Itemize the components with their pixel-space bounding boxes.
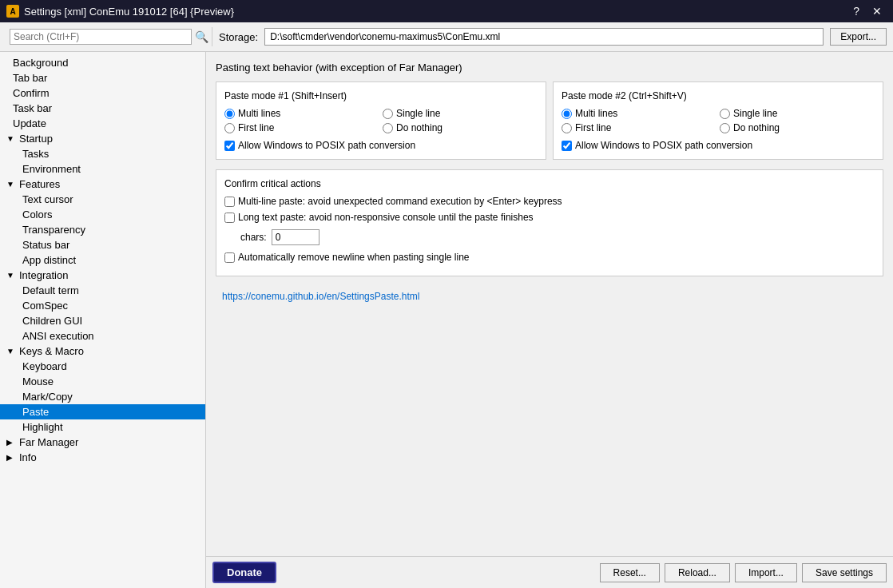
sidebar-item-integration[interactable]: ▼Integration — [0, 268, 205, 283]
search-input[interactable] — [10, 29, 192, 45]
sidebar-label: Background — [13, 57, 68, 69]
sidebar-item-childrengui[interactable]: Children GUI — [0, 313, 205, 328]
sidebar-item-tasks[interactable]: Tasks — [0, 146, 205, 161]
radio-row-pm1-donothing: Do nothing — [383, 122, 538, 133]
reset-button[interactable]: Reset... — [600, 563, 660, 582]
sidebar-item-paste[interactable]: Paste — [0, 404, 205, 419]
confirm3-label[interactable]: Automatically remove newline when pastin… — [238, 252, 470, 263]
sidebar-item-highlight[interactable]: Highlight — [0, 419, 205, 435]
expand-icon: ▶ — [6, 438, 16, 447]
storage-path[interactable] — [264, 28, 824, 46]
sidebar-item-comspec[interactable]: ComSpec — [0, 298, 205, 313]
paste-modes: Paste mode #1 (Shift+Insert) Multi lines… — [216, 81, 883, 160]
pm2-posix-label[interactable]: Allow Windows to POSIX path conversion — [575, 140, 752, 151]
sidebar-item-taskbar[interactable]: Task bar — [0, 101, 205, 116]
pm1-donothing-label[interactable]: Do nothing — [396, 122, 443, 133]
donate-button[interactable]: Donate — [212, 562, 276, 583]
search-icon: 🔍 — [195, 30, 208, 43]
export-button[interactable]: Export... — [830, 28, 887, 46]
pm2-donothing-label[interactable]: Do nothing — [733, 122, 780, 133]
sidebar-item-textcursor[interactable]: Text cursor — [0, 192, 205, 207]
sidebar-label: App distinct — [22, 254, 76, 266]
pm1-firstline-radio[interactable] — [224, 123, 235, 133]
sidebar-item-markcopy[interactable]: Mark/Copy — [0, 389, 205, 404]
sidebar-label: Tab bar — [13, 72, 47, 84]
sidebar-item-info[interactable]: ▶Info — [0, 450, 205, 465]
radio-row-pm2-firstline: First line — [562, 122, 716, 133]
pm2-posix-checkbox[interactable] — [562, 141, 572, 151]
pm2-posix-row: Allow Windows to POSIX path conversion — [562, 140, 875, 151]
pm1-donothing-radio[interactable] — [383, 123, 393, 133]
sidebar-item-transparency[interactable]: Transparency — [0, 222, 205, 237]
sidebar-label: Features — [19, 178, 60, 190]
sidebar-item-startup[interactable]: ▼Startup — [0, 131, 205, 146]
pm2-singleline-label[interactable]: Single line — [733, 108, 777, 119]
expand-icon: ▼ — [6, 134, 16, 143]
confirm1-label[interactable]: Multi-line paste: avoid unexpected comma… — [238, 196, 562, 207]
info-link[interactable]: https://conemu.github.io/en/SettingsPast… — [216, 284, 883, 308]
paste-mode-2-radio-grid: Multi lines Single line First line — [562, 108, 875, 133]
sidebar-item-environment[interactable]: Environment — [0, 161, 205, 177]
expand-icon: ▶ — [6, 453, 16, 462]
sidebar-item-tabbar[interactable]: Tab bar — [0, 70, 205, 85]
sidebar-label: Colors — [22, 209, 53, 220]
help-button[interactable]: ? — [848, 3, 864, 19]
bottom-right: Reset... Reload... Import... Save settin… — [600, 563, 887, 582]
sidebar-label: Keys & Macro — [19, 345, 84, 357]
confirm2-label[interactable]: Long text paste: avoid non-responsive co… — [238, 212, 534, 223]
confirm1-checkbox[interactable] — [224, 197, 235, 207]
sidebar-item-confirm[interactable]: Confirm — [0, 85, 205, 101]
sidebar-label: Startup — [19, 133, 53, 145]
pm2-donothing-radio[interactable] — [720, 123, 730, 133]
sidebar-item-ansiexecution[interactable]: ANSI execution — [0, 328, 205, 344]
pm1-multilines-label[interactable]: Multi lines — [238, 108, 280, 119]
radio-row-pm2-donothing: Do nothing — [720, 122, 875, 133]
confirm-check-3: Automatically remove newline when pastin… — [224, 252, 875, 263]
confirm2-checkbox[interactable] — [224, 213, 235, 223]
pm2-multilines-radio[interactable] — [562, 109, 572, 119]
sidebar-item-features[interactable]: ▼Features — [0, 177, 205, 192]
bottom-bar: Donate Reset... Reload... Import... Save… — [206, 556, 893, 588]
close-button[interactable]: ✕ — [867, 3, 887, 19]
sidebar-label: Mark/Copy — [22, 391, 73, 403]
pm2-firstline-label[interactable]: First line — [575, 122, 611, 133]
pm2-firstline-radio[interactable] — [562, 123, 572, 133]
radio-row-pm1-singleline: Single line — [383, 108, 538, 119]
reload-button[interactable]: Reload... — [665, 563, 730, 582]
sidebar-item-mouse[interactable]: Mouse — [0, 374, 205, 389]
pm1-posix-checkbox[interactable] — [224, 141, 235, 151]
title-bar-left: A Settings [xml] ConEmu 191012 [64] {Pre… — [6, 5, 234, 18]
confirm-check-2: Long text paste: avoid non-responsive co… — [224, 212, 875, 223]
sidebar-label: ANSI execution — [22, 330, 94, 342]
sidebar-label: Children GUI — [22, 315, 82, 327]
title-bar: A Settings [xml] ConEmu 191012 [64] {Pre… — [0, 0, 893, 22]
chars-input[interactable] — [272, 229, 319, 245]
pm1-multilines-radio[interactable] — [224, 109, 235, 119]
sidebar-label: Integration — [19, 269, 68, 281]
radio-row-pm1-firstline: First line — [224, 122, 379, 133]
pm2-singleline-radio[interactable] — [720, 109, 730, 119]
sidebar-item-colors[interactable]: Colors — [0, 207, 205, 222]
pm1-posix-label[interactable]: Allow Windows to POSIX path conversion — [238, 140, 415, 151]
radio-row-pm2-singleline: Single line — [720, 108, 875, 119]
sidebar-label: Tasks — [22, 148, 49, 160]
sidebar-label: Confirm — [13, 87, 50, 99]
pm1-singleline-label[interactable]: Single line — [396, 108, 440, 119]
pm1-singleline-radio[interactable] — [383, 109, 393, 119]
sidebar-item-defaultterm[interactable]: Default term — [0, 283, 205, 298]
save-button[interactable]: Save settings — [802, 563, 887, 582]
main-container: 🔍 Storage: Export... Background Tab bar … — [0, 22, 893, 588]
import-button[interactable]: Import... — [735, 563, 797, 582]
sidebar-item-update[interactable]: Update — [0, 116, 205, 131]
sidebar-item-background[interactable]: Background — [0, 55, 205, 70]
sidebar-item-statusbar[interactable]: Status bar — [0, 237, 205, 252]
confirm3-checkbox[interactable] — [224, 252, 235, 263]
pm2-multilines-label[interactable]: Multi lines — [575, 108, 617, 119]
paste-mode-2-title: Paste mode #2 (Ctrl+Shift+V) — [562, 90, 875, 101]
sidebar-item-appdistinct[interactable]: App distinct — [0, 252, 205, 268]
expand-icon: ▼ — [6, 271, 16, 280]
sidebar-item-farmanager[interactable]: ▶Far Manager — [0, 435, 205, 450]
sidebar-item-keysmacro[interactable]: ▼Keys & Macro — [0, 344, 205, 359]
sidebar-item-keyboard[interactable]: Keyboard — [0, 359, 205, 374]
pm1-firstline-label[interactable]: First line — [238, 122, 274, 133]
